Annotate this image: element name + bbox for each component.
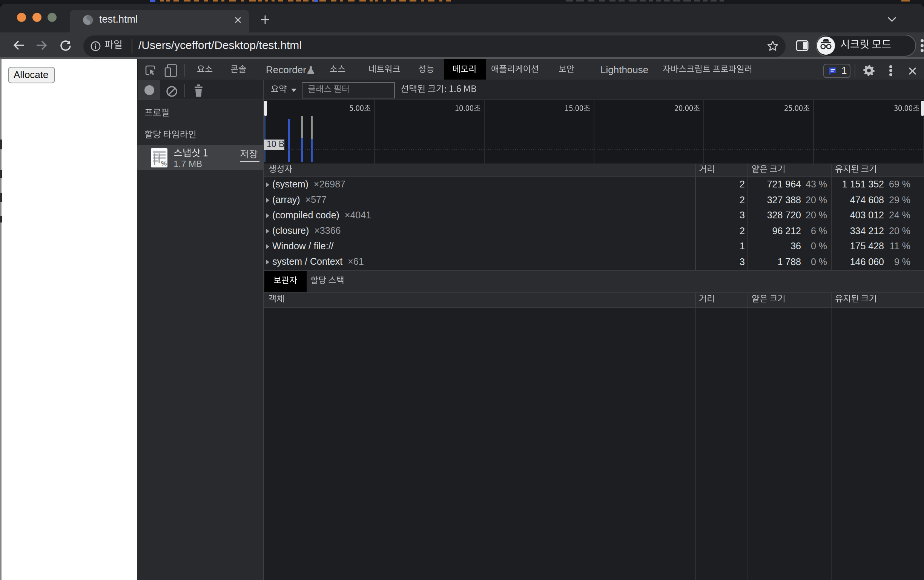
svg-text:%: %: [161, 160, 167, 167]
